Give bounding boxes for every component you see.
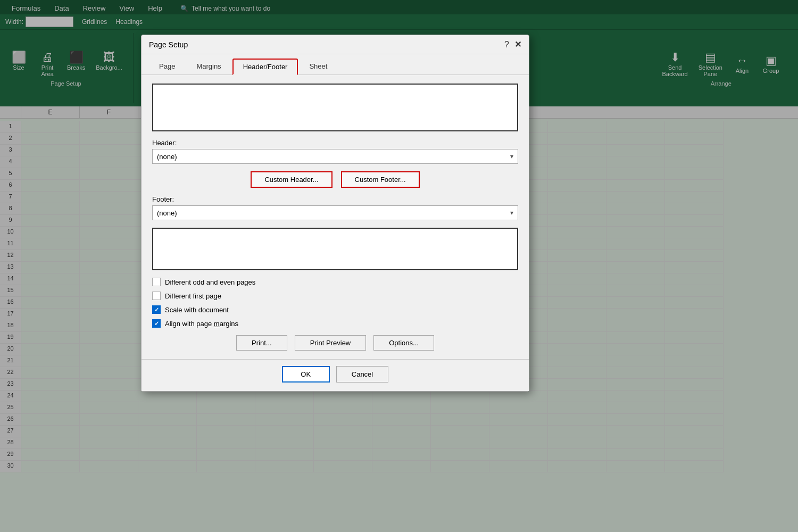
checkbox-first-page-label: Different first page bbox=[165, 292, 221, 300]
dialog-controls: ? ✕ bbox=[504, 39, 521, 49]
custom-buttons-row: Custom Header... Custom Footer... bbox=[152, 171, 518, 188]
header-dropdown[interactable]: (none) ▾ bbox=[152, 149, 518, 164]
options-button[interactable]: Options... bbox=[373, 335, 434, 351]
header-dropdown-row: (none) ▾ bbox=[152, 149, 518, 164]
checkbox-scale-label: Scale with document bbox=[165, 306, 229, 314]
close-button[interactable]: ✕ bbox=[514, 39, 521, 49]
checkbox-scale-box[interactable]: ✓ bbox=[152, 305, 161, 314]
footer-dropdown-arrow-icon: ▾ bbox=[510, 209, 513, 217]
checkbox-odd-even-label: Different odd and even pages bbox=[165, 278, 255, 286]
dialog-footer: OK Cancel bbox=[142, 359, 529, 391]
help-button[interactable]: ? bbox=[504, 40, 509, 49]
checkbox-scale: ✓ Scale with document bbox=[152, 305, 518, 314]
checkbox-scale-check-icon: ✓ bbox=[154, 306, 159, 313]
dialog-body: Header: (none) ▾ Custom Header... Custom… bbox=[142, 75, 529, 359]
page-setup-dialog: Page Setup ? ✕ Page Margins Header/Foote… bbox=[141, 35, 529, 392]
footer-preview-box bbox=[152, 228, 518, 270]
cancel-button[interactable]: Cancel bbox=[336, 366, 388, 383]
header-label: Header: bbox=[152, 139, 518, 147]
header-dropdown-arrow-icon: ▾ bbox=[510, 153, 513, 160]
footer-dropdown-row: (none) ▾ bbox=[152, 205, 518, 220]
action-buttons-row: Print... Print Preview Options... bbox=[152, 335, 518, 351]
checkbox-odd-even-box[interactable] bbox=[152, 278, 161, 286]
print-preview-button[interactable]: Print Preview bbox=[295, 335, 367, 351]
footer-dropdown-value: (none) bbox=[157, 209, 177, 217]
tab-sheet[interactable]: Sheet bbox=[299, 59, 337, 74]
dialog-titlebar: Page Setup ? ✕ bbox=[142, 35, 529, 54]
tab-page[interactable]: Page bbox=[149, 59, 185, 74]
tab-margins[interactable]: Margins bbox=[186, 59, 231, 74]
ok-button[interactable]: OK bbox=[282, 366, 330, 383]
header-dropdown-value: (none) bbox=[157, 153, 177, 161]
footer-dropdown[interactable]: (none) ▾ bbox=[152, 205, 518, 220]
dialog-tabs: Page Margins Header/Footer Sheet bbox=[142, 54, 529, 75]
header-preview-box bbox=[152, 84, 518, 131]
custom-header-button[interactable]: Custom Header... bbox=[251, 171, 332, 188]
tab-header-footer[interactable]: Header/Footer bbox=[232, 59, 298, 75]
checkbox-align-margins-box[interactable]: ✓ bbox=[152, 319, 161, 328]
checkbox-align-margins: ✓ Align with page margins bbox=[152, 319, 518, 328]
custom-footer-button[interactable]: Custom Footer... bbox=[341, 171, 420, 188]
checkbox-odd-even: Different odd and even pages bbox=[152, 278, 518, 286]
dialog-title: Page Setup bbox=[149, 40, 188, 49]
print-button[interactable]: Print... bbox=[236, 335, 287, 351]
checkbox-first-page-box[interactable] bbox=[152, 292, 161, 300]
checkbox-first-page: Different first page bbox=[152, 292, 518, 300]
checkbox-align-margins-check-icon: ✓ bbox=[154, 320, 159, 327]
footer-label: Footer: bbox=[152, 195, 518, 203]
checkbox-align-margins-label: Align with page margins bbox=[165, 320, 238, 328]
